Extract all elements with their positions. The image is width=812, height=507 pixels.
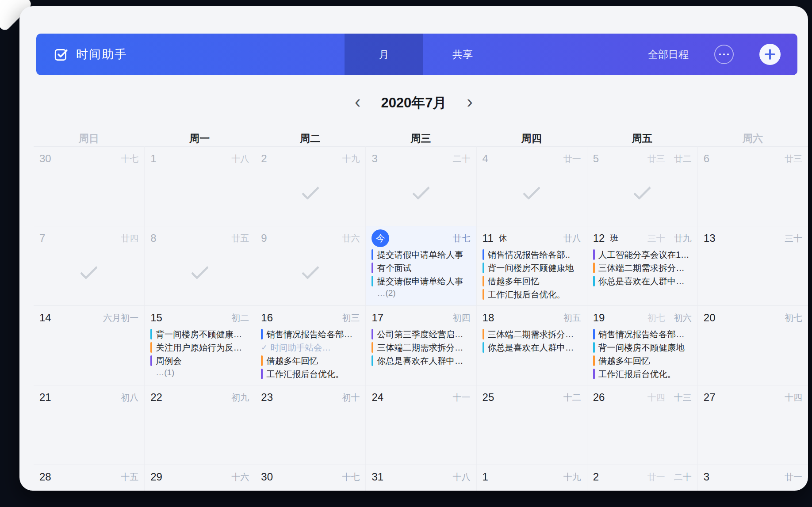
event-list: 销售情况报告给各部..背一间楼房不顾健康地借越多年回忆工作汇报后台优化。 xyxy=(483,248,581,301)
day-cell[interactable]: 1十九 xyxy=(476,465,587,491)
event-item[interactable]: 背一间楼房不顾健康地 xyxy=(483,261,581,274)
day-cell[interactable]: 5廿三廿二 xyxy=(587,146,697,226)
day-cell[interactable]: 13三十 xyxy=(697,226,808,305)
event-item[interactable]: 关注用户原始行为反… xyxy=(150,341,249,354)
lunar-date-extra-label: 十四 xyxy=(647,392,665,404)
event-item[interactable]: 销售情况报告给各部… xyxy=(261,328,360,341)
day-cell[interactable]: 30十七 xyxy=(34,146,144,226)
day-cell[interactable]: 11休廿八销售情况报告给各部..背一间楼房不顾健康地借越多年回忆工作汇报后台优化… xyxy=(476,226,587,305)
day-cell[interactable]: 20初七 xyxy=(697,305,808,385)
event-item[interactable]: 三体端二期需求拆分… xyxy=(483,328,581,341)
day-cell[interactable]: 17初四公司第三季度经营启…三体端二期需求拆分…你总是喜欢在人群中… xyxy=(365,305,476,385)
event-item[interactable]: 提交请假申请单给人事 xyxy=(372,274,470,288)
day-cell[interactable]: 9廿六 xyxy=(255,226,365,305)
event-item[interactable]: 提交请假申请单给人事 xyxy=(372,248,470,261)
event-item[interactable]: 背一间楼房不顾健康地 xyxy=(593,341,692,354)
event-item[interactable]: 工作汇报后台优化。 xyxy=(483,288,581,301)
event-item[interactable]: 你总是喜欢在人群中… xyxy=(372,354,470,367)
more-events-button[interactable]: …(2) xyxy=(372,288,470,298)
day-cell[interactable]: 3二十 xyxy=(365,146,476,226)
event-item[interactable]: 你总是喜欢在人群中… xyxy=(593,274,692,288)
lunar-date-label: 廿八 xyxy=(563,233,581,244)
event-title: 销售情况报告给各部… xyxy=(598,328,685,340)
add-event-button[interactable] xyxy=(759,44,781,65)
lunar-date-label: 初八 xyxy=(121,392,138,404)
event-item[interactable]: 销售情况报告给各部.. xyxy=(483,248,581,261)
day-cell[interactable]: 2十九 xyxy=(255,146,365,226)
event-color-bar xyxy=(483,263,484,273)
day-number: 20 xyxy=(704,312,716,324)
event-title: 周例会 xyxy=(156,355,182,367)
event-done-check-icon: ✓ xyxy=(261,343,267,352)
app-title: 时间助手 xyxy=(76,46,127,62)
event-item[interactable]: 借越多年回忆 xyxy=(483,274,581,288)
day-number: 31 xyxy=(372,471,383,483)
more-ellipsis-icon xyxy=(723,53,725,55)
day-cell[interactable]: 15初二背一间楼房不顾健康…关注用户原始行为反…周例会…(1) xyxy=(144,305,255,385)
day-cell[interactable]: 今廿七提交请假申请单给人事有个面试提交请假申请单给人事…(2) xyxy=(365,226,476,305)
day-cell[interactable]: 12班三十廿九人工智能分享会议在1…三体端二期需求拆分…你总是喜欢在人群中… xyxy=(587,226,697,305)
day-cell[interactable]: 23初十 xyxy=(255,385,365,465)
day-cell[interactable]: 6廿三 xyxy=(697,146,808,226)
day-cell[interactable]: 7廿四 xyxy=(34,226,144,305)
event-item[interactable]: 背一间楼房不顾健康… xyxy=(150,328,249,341)
event-item[interactable]: 你总是喜欢在人群中… xyxy=(483,341,581,354)
day-cell[interactable]: 27十四 xyxy=(697,385,808,465)
day-cell[interactable]: 28十五 xyxy=(34,465,144,491)
day-cell[interactable]: 30十七 xyxy=(255,465,365,491)
lunar-date-label: 十一 xyxy=(453,392,471,404)
event-item[interactable]: 有个面试 xyxy=(372,261,470,274)
event-list: 销售情况报告给各部…✓时间助手站会…借越多年回忆工作汇报后台优化。 xyxy=(261,328,360,381)
day-cell[interactable]: 3廿一 xyxy=(697,465,808,491)
event-item[interactable]: 人工智能分享会议在1… xyxy=(593,248,692,261)
view-tab[interactable]: 月 xyxy=(345,34,423,75)
day-header-row: 今廿七 xyxy=(372,230,470,246)
lunar-labels: 初四 xyxy=(453,312,471,324)
all-schedules-button[interactable]: 全部日程 xyxy=(648,48,689,61)
day-cell[interactable]: 25十二 xyxy=(476,385,587,465)
day-cell[interactable]: 14六月初一 xyxy=(34,305,144,385)
day-cell[interactable]: 19初七初六销售情况报告给各部…背一间楼房不顾健康地借越多年回忆工作汇报后台优化… xyxy=(587,305,697,385)
event-item[interactable]: 销售情况报告给各部… xyxy=(593,328,692,341)
lunar-labels: 二十 xyxy=(453,153,471,165)
day-cell[interactable]: 29十六 xyxy=(144,465,255,491)
event-item[interactable]: 工作汇报后台优化。 xyxy=(261,367,360,381)
day-header-row: 18初五 xyxy=(483,310,581,326)
day-number: 11 xyxy=(483,232,494,244)
event-item[interactable]: 公司第三季度经营启… xyxy=(372,328,470,341)
day-cell[interactable]: 22初九 xyxy=(144,385,255,465)
day-cell[interactable]: 21初八 xyxy=(34,385,144,465)
lunar-date-label: 廿九 xyxy=(674,233,692,244)
day-cell[interactable]: 8廿五 xyxy=(144,226,255,305)
more-events-button[interactable]: …(1) xyxy=(150,368,249,377)
day-cell[interactable]: 16初三销售情况报告给各部…✓时间助手站会…借越多年回忆工作汇报后台优化。 xyxy=(255,305,365,385)
event-item[interactable]: 三体端二期需求拆分… xyxy=(372,341,470,354)
event-item[interactable]: 三体端二期需求拆分… xyxy=(593,261,692,274)
event-item[interactable]: 借越多年回忆 xyxy=(261,354,360,367)
holiday-work-tag: 休 xyxy=(498,233,507,244)
day-cell[interactable]: 1十八 xyxy=(144,146,255,226)
weekday-header: 周一 xyxy=(144,130,255,146)
all-done-check-icon xyxy=(302,262,319,279)
event-item[interactable]: 借越多年回忆 xyxy=(593,354,692,367)
lunar-date-label: 廿一 xyxy=(785,471,802,483)
day-cell[interactable]: 18初五三体端二期需求拆分…你总是喜欢在人群中… xyxy=(476,305,587,385)
day-cell[interactable]: 2廿一二十 xyxy=(587,465,697,491)
day-header-row: 30十七 xyxy=(261,469,360,485)
day-cell[interactable]: 31十八 xyxy=(365,465,476,491)
lunar-labels: 廿一二十 xyxy=(647,471,692,483)
event-item[interactable]: 周例会 xyxy=(150,354,249,367)
prev-month-button[interactable]: ‹ xyxy=(355,93,360,111)
view-tab[interactable]: 共享 xyxy=(423,34,502,75)
lunar-date-label: 廿二 xyxy=(674,153,692,165)
event-color-bar xyxy=(150,355,152,366)
day-cell[interactable]: 24十一 xyxy=(365,385,476,465)
event-title: 你总是喜欢在人群中… xyxy=(377,355,463,367)
event-item[interactable]: 工作汇报后台优化。 xyxy=(593,367,692,381)
day-cell[interactable]: 26十四十三 xyxy=(587,385,697,465)
more-button[interactable] xyxy=(714,45,734,64)
event-title: 提交请假申请单给人事 xyxy=(377,249,463,261)
event-item[interactable]: ✓时间助手站会… xyxy=(261,341,360,354)
day-cell[interactable]: 4廿一 xyxy=(476,146,587,226)
next-month-button[interactable]: › xyxy=(467,93,473,111)
